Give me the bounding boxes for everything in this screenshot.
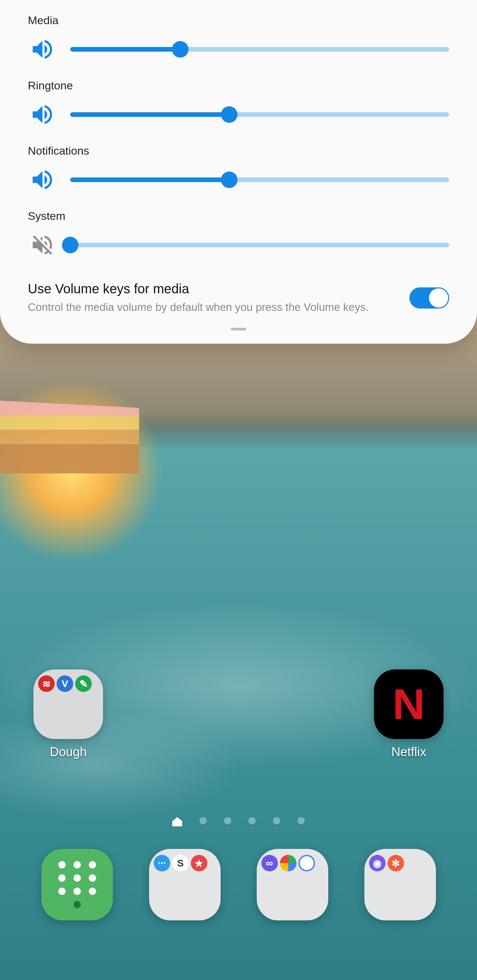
volume-keys-media-row[interactable]: Use Volume keys for media Control the me… <box>28 282 449 315</box>
app-label: Netflix <box>391 745 426 759</box>
volume-keys-media-subtitle: Control the media volume by default when… <box>28 300 396 315</box>
netflix-icon: N <box>374 670 443 739</box>
home-dock: ··· S ★ ∞ ▶ ◉ ✻ <box>0 849 477 920</box>
volume-system-label: System <box>28 210 449 223</box>
app-netflix[interactable]: N Netflix <box>372 670 445 759</box>
page-dot[interactable] <box>224 817 231 824</box>
dialpad-icon <box>58 861 96 908</box>
volume-ringtone-label: Ringtone <box>28 79 449 92</box>
dock-folder-3[interactable]: ◉ ✻ <box>364 849 436 920</box>
page-dot[interactable] <box>199 817 207 824</box>
app-folder-dough[interactable]: ≋ V ✎ Dough <box>32 670 105 759</box>
volume-media-label: Media <box>28 14 449 27</box>
dock-folder-2[interactable]: ∞ ▶ <box>257 849 328 920</box>
page-dot[interactable] <box>297 817 305 824</box>
volume-system-block: System <box>28 210 449 256</box>
page-dot[interactable] <box>273 817 280 824</box>
home-page-indicator[interactable] <box>0 817 477 826</box>
volume-media-slider[interactable] <box>70 47 449 52</box>
volume-keys-media-title: Use Volume keys for media <box>28 282 396 296</box>
volume-notifications-block: Notifications <box>28 144 449 190</box>
volume-ringtone-slider[interactable] <box>70 112 449 117</box>
folder-icon: ≋ V ✎ <box>34 670 103 739</box>
speaker-icon <box>28 104 57 125</box>
page-dot-home-icon[interactable] <box>172 817 182 826</box>
speaker-icon <box>28 39 57 60</box>
volume-notifications-slider[interactable] <box>70 177 449 182</box>
app-label: Dough <box>50 745 87 759</box>
page-dot[interactable] <box>249 817 256 824</box>
volume-notifications-label: Notifications <box>28 144 449 157</box>
volume-system-slider[interactable] <box>70 243 449 247</box>
volume-media-block: Media <box>28 14 449 60</box>
panel-drag-handle[interactable] <box>231 328 246 331</box>
volume-keys-media-toggle[interactable] <box>409 287 449 309</box>
volume-ringtone-block: Ringtone <box>28 79 449 125</box>
speaker-muted-icon <box>28 234 57 256</box>
dock-folder-1[interactable]: ··· S ★ <box>149 849 221 920</box>
home-apps-row: ≋ V ✎ Dough N Netflix <box>0 670 477 759</box>
volume-panel: Media Ringtone Notifications <box>0 0 477 344</box>
speaker-icon <box>28 169 57 190</box>
dock-phone-app[interactable] <box>41 849 113 920</box>
